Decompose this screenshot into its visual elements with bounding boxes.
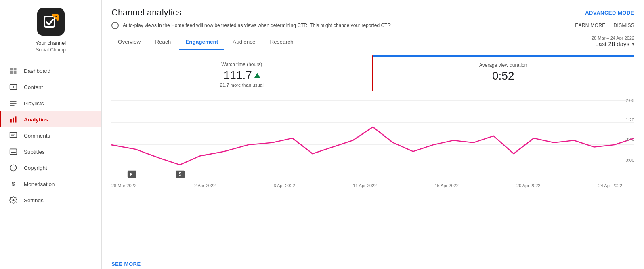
main-content: Channel analytics ADVANCED MODE i Auto-p… <box>102 0 644 269</box>
watch-time-sub: 21.7 more than usual <box>120 83 364 87</box>
sidebar-item-playlists[interactable]: Playlists <box>0 95 101 111</box>
x-label-6: 20 Apr 2022 <box>516 183 540 188</box>
x-label-1: 28 Mar 2022 <box>111 183 136 188</box>
analytics-icon <box>9 115 17 123</box>
see-more-button[interactable]: SEE MORE <box>111 261 141 267</box>
sidebar-item-subtitles[interactable]: Subtitles <box>0 144 101 160</box>
date-range-label: 28 Mar – 24 Apr 2022 <box>592 36 634 40</box>
x-label-3: 6 Apr 2022 <box>273 183 295 188</box>
subtitles-icon <box>9 148 17 156</box>
advanced-mode-button[interactable]: ADVANCED MODE <box>585 10 634 16</box>
selected-metric-indicator <box>373 55 634 57</box>
x-label-2: 2 Apr 2022 <box>194 183 216 188</box>
playlists-icon <box>9 99 17 107</box>
sidebar-item-content[interactable]: Content <box>0 79 101 95</box>
sidebar-brand: Your channel Social Champ <box>0 0 101 59</box>
brand-logo-svg <box>40 11 62 33</box>
svg-rect-8 <box>10 119 12 123</box>
settings-icon <box>9 196 17 204</box>
svg-text:$: $ <box>12 181 15 187</box>
watch-time-value: 111.7 <box>120 69 364 82</box>
chevron-down-icon: ▾ <box>632 41 634 47</box>
brand-subtitle: Social Champ <box>36 47 66 53</box>
sidebar-item-subtitles-label: Subtitles <box>24 149 45 155</box>
brand-title: Your channel <box>36 40 66 47</box>
dashboard-icon <box>9 67 17 75</box>
svg-point-19 <box>13 199 15 201</box>
sidebar-item-monetisation-label: Monetisation <box>24 181 55 187</box>
banner-text: Auto-play views in the Home feed will no… <box>123 23 391 28</box>
chart-svg: 5 <box>111 91 634 180</box>
dismiss-button[interactable]: DISMISS <box>614 23 634 28</box>
sidebar-item-comments-label: Comments <box>24 133 50 139</box>
date-range-value: Last 28 days ▾ <box>595 40 634 47</box>
avg-view-duration-label: Average view duration <box>381 62 626 68</box>
svg-text:5: 5 <box>179 172 181 177</box>
metric-avg-view-duration[interactable]: Average view duration 0:52 <box>372 55 635 91</box>
sidebar-item-settings[interactable]: Settings <box>0 192 101 208</box>
banner-actions: LEARN MORE DISMISS <box>572 23 634 28</box>
tab-reach[interactable]: Reach <box>149 35 177 50</box>
copyright-icon: c <box>9 164 17 172</box>
chart-x-labels: 28 Mar 2022 2 Apr 2022 6 Apr 2022 11 Apr… <box>111 182 634 188</box>
svg-text:c: c <box>13 166 15 170</box>
info-banner: i Auto-play views in the Home feed will … <box>102 18 644 33</box>
svg-rect-10 <box>15 117 16 123</box>
watch-time-label: Watch time (hours) <box>120 61 364 67</box>
page-header: Channel analytics ADVANCED MODE <box>102 0 644 18</box>
page-title: Channel analytics <box>111 7 182 18</box>
metrics-row: Watch time (hours) 111.7 21.7 more than … <box>111 55 634 91</box>
avg-view-duration-value: 0:52 <box>381 70 626 83</box>
content-icon <box>9 83 17 91</box>
sidebar-item-copyright-label: Copyright <box>24 165 47 171</box>
up-arrow-icon <box>254 73 260 78</box>
y-label-0-40: 0:40 <box>626 137 634 142</box>
x-label-7: 24 Apr 2022 <box>598 183 622 188</box>
sidebar-item-playlists-label: Playlists <box>24 100 44 106</box>
svg-marker-4 <box>13 86 15 89</box>
brand-logo <box>37 8 65 36</box>
y-label-2-00: 2:00 <box>626 98 634 103</box>
monetisation-icon: $ <box>9 180 17 188</box>
sidebar-item-content-label: Content <box>24 84 43 90</box>
x-label-5: 15 Apr 2022 <box>434 183 458 188</box>
tab-engagement[interactable]: Engagement <box>179 35 224 50</box>
sidebar-nav: Dashboard Content Playlists Analytics Co <box>0 59 101 212</box>
chart-section: Watch time (hours) 111.7 21.7 more than … <box>102 50 644 269</box>
sidebar-item-dashboard[interactable]: Dashboard <box>0 63 101 79</box>
sidebar-item-settings-label: Settings <box>24 197 44 203</box>
sidebar-item-comments[interactable]: Comments <box>0 127 101 144</box>
x-label-4: 11 Apr 2022 <box>353 183 377 188</box>
tabs-row: Overview Reach Engagement Audience Resea… <box>102 35 644 50</box>
svg-rect-13 <box>10 149 17 155</box>
sidebar-item-copyright[interactable]: c Copyright <box>0 160 101 176</box>
chart-area: 5 2:00 1:20 0:40 0:00 28 Mar 2022 2 Apr … <box>111 91 634 258</box>
tab-overview[interactable]: Overview <box>111 35 147 50</box>
tabs-list: Overview Reach Engagement Audience Resea… <box>111 35 300 50</box>
date-range-selector[interactable]: 28 Mar – 24 Apr 2022 Last 28 days ▾ <box>592 36 634 50</box>
tab-research[interactable]: Research <box>264 35 300 50</box>
info-icon: i <box>111 22 119 29</box>
sidebar-item-dashboard-label: Dashboard <box>24 68 50 74</box>
y-label-0-00: 0:00 <box>626 158 634 163</box>
sidebar: Your channel Social Champ Dashboard Cont… <box>0 0 102 269</box>
tab-audience[interactable]: Audience <box>226 35 262 50</box>
see-more-row: SEE MORE <box>111 258 634 269</box>
learn-more-button[interactable]: LEARN MORE <box>572 23 605 28</box>
sidebar-item-monetisation[interactable]: $ Monetisation <box>0 176 101 192</box>
svg-rect-9 <box>13 118 14 123</box>
y-label-1-20: 1:20 <box>626 117 634 122</box>
comments-icon <box>9 131 17 140</box>
sidebar-item-analytics-label: Analytics <box>24 116 48 123</box>
metric-watch-time[interactable]: Watch time (hours) 111.7 21.7 more than … <box>111 55 372 91</box>
sidebar-item-analytics[interactable]: Analytics <box>0 111 101 127</box>
